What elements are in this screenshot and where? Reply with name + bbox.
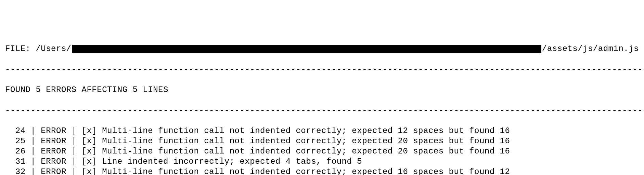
- errors-container: 24 | ERROR | [x] Multi-line function cal…: [5, 126, 639, 175]
- file-prefix: FILE: /Users/: [5, 44, 72, 54]
- summary-line: FOUND 5 ERRORS AFFECTING 5 LINES: [5, 85, 639, 95]
- divider: ----------------------------------------…: [5, 64, 639, 75]
- divider: ----------------------------------------…: [5, 105, 639, 116]
- error-row: 32 | ERROR | [x] Multi-line function cal…: [5, 167, 639, 175]
- error-row: 25 | ERROR | [x] Multi-line function cal…: [5, 136, 639, 146]
- redacted-path: [72, 45, 541, 53]
- error-row: 31 | ERROR | [x] Line indented incorrect…: [5, 157, 639, 167]
- file-line: FILE: /Users//assets/js/admin.js: [5, 44, 639, 54]
- error-row: 24 | ERROR | [x] Multi-line function cal…: [5, 126, 639, 136]
- file-suffix: /assets/js/admin.js: [542, 44, 639, 54]
- error-row: 26 | ERROR | [x] Multi-line function cal…: [5, 146, 639, 157]
